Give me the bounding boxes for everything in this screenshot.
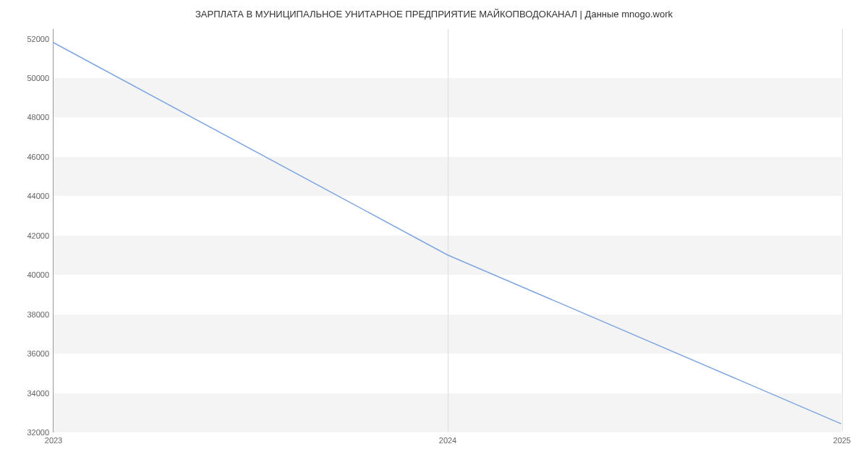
plot-area: 3200034000360003800040000420004400046000… — [53, 29, 841, 432]
y-tick-label: 34000 — [27, 389, 49, 398]
chart-title: ЗАРПЛАТА В МУНИЦИПАЛЬНОЕ УНИТАРНОЕ ПРЕДП… — [0, 0, 868, 20]
chart-plot-area: 3200034000360003800040000420004400046000… — [53, 29, 841, 432]
y-tick-label: 52000 — [27, 35, 49, 43]
y-tick-label: 50000 — [27, 74, 49, 82]
y-tick-label: 42000 — [27, 231, 49, 240]
grid-line-vertical — [842, 29, 843, 432]
x-tick-label: 2023 — [45, 436, 62, 445]
y-tick-label: 48000 — [27, 113, 49, 121]
y-tick-label: 38000 — [27, 310, 49, 319]
y-tick-label: 46000 — [27, 153, 49, 161]
line-svg — [54, 29, 841, 432]
y-tick-label: 40000 — [27, 270, 49, 279]
y-tick-label: 36000 — [27, 349, 49, 358]
y-tick-label: 44000 — [27, 192, 49, 200]
data-line — [54, 43, 841, 424]
x-tick-label: 2025 — [833, 436, 851, 445]
x-tick-label: 2024 — [439, 436, 456, 445]
